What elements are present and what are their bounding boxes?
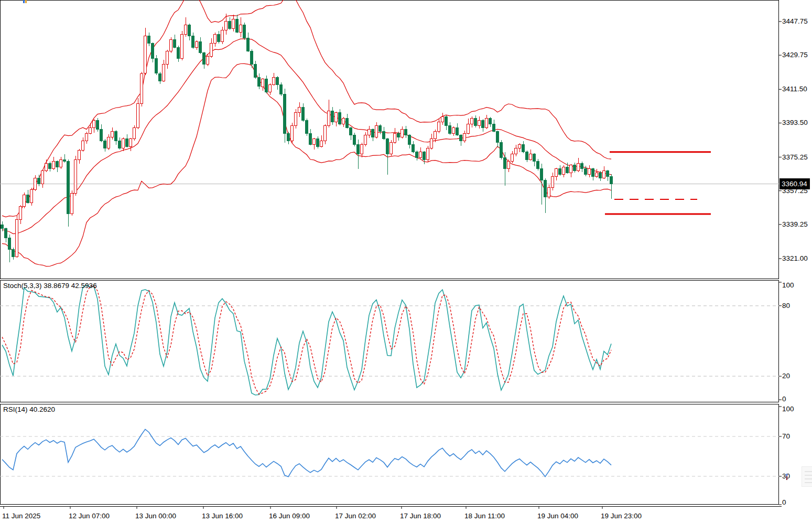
time-axis[interactable] (0, 506, 782, 523)
time-axis-label: 12 Jun 07:00 (69, 512, 110, 520)
chart-window: Stoch(5,3,3) 38.8679 42.5936 RSI(14) 40.… (0, 0, 812, 523)
rsi-panel[interactable] (0, 404, 779, 505)
rsi-tick-label: 70 (782, 432, 790, 441)
stoch-label: Stoch(5,3,3) 38.8679 42.5936 (3, 282, 97, 290)
rsi-label: RSI(14) 40.2620 (3, 405, 55, 413)
edge-artifact-maroon (786, 476, 787, 480)
time-axis-label: 13 Jun 00:00 (135, 512, 176, 520)
price-tick-label: 3411.50 (782, 85, 807, 93)
price-tick-label: 3447.75 (782, 17, 808, 26)
stoch-tick-label: 80 (782, 302, 790, 310)
time-axis-label: 17 Jun 18:00 (400, 512, 441, 520)
time-axis-label: 18 Jun 11:00 (464, 512, 505, 520)
time-axis-label: 19 Jun 23:00 (601, 512, 642, 520)
window-artifact-icon (23, 0, 27, 3)
rsi-tick-label: 0 (782, 498, 786, 507)
time-axis-label: 19 Jun 04:00 (537, 512, 578, 520)
price-tick-label: 3321.00 (782, 254, 808, 263)
time-axis-label: 11 Jun 2025 (2, 512, 40, 520)
stoch-panel[interactable] (0, 280, 779, 402)
stoch-tick-label: 100 (782, 281, 794, 290)
price-tick-label: 3429.75 (782, 51, 808, 59)
time-axis-label: 17 Jun 02:00 (335, 512, 376, 520)
time-axis-label: 16 Jun 09:00 (269, 512, 310, 520)
stoch-tick-label: 0 (782, 395, 786, 403)
price-tick-label: 3393.50 (782, 119, 808, 127)
time-axis-label: 13 Jun 16:00 (202, 512, 243, 520)
stoch-tick-label: 20 (782, 372, 790, 380)
current-price-badge: 3360.94 (779, 178, 810, 189)
rsi-tick-label: 100 (782, 405, 794, 413)
main-chart-panel[interactable] (0, 0, 779, 279)
price-tick-label: 3375.25 (782, 153, 808, 162)
price-tick-label: 3339.25 (782, 220, 808, 229)
document-list-icon (802, 466, 812, 487)
